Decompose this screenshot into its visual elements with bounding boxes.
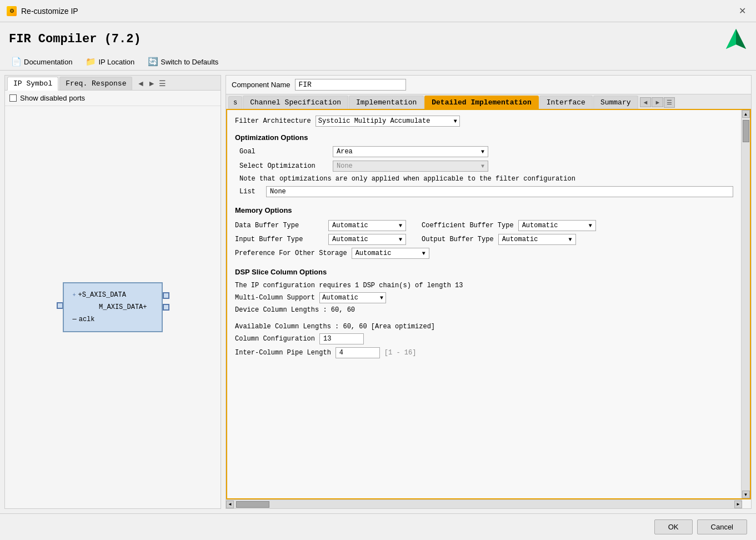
reset-icon: 🔄 — [148, 57, 158, 67]
list-row: List — [239, 186, 733, 197]
component-name-row: Component Name — [226, 76, 751, 94]
optimization-options-title: Optimization Options — [235, 133, 733, 142]
right-tab-prev-button[interactable]: ◄ — [640, 97, 652, 107]
coeff-buffer-type-value: Automatic — [522, 222, 558, 229]
inter-col-pipe-input[interactable] — [336, 347, 380, 358]
s-axis-data-label: +S_AXIS_DATA — [78, 291, 126, 299]
documentation-button[interactable]: 📄 Documentation — [9, 56, 74, 68]
scroll-thumb-vertical[interactable] — [743, 120, 749, 142]
filter-arch-label: Filter Architecture — [235, 117, 311, 125]
goal-value: Area — [337, 148, 353, 156]
ip-symbol-diagram: + +S_AXIS_DATA M_AXIS_DATA+ — aclk — [57, 282, 169, 332]
ip-location-button[interactable]: 📁 IP Location — [83, 56, 137, 68]
bottom-bar: OK Cancel — [0, 513, 756, 540]
tab-summary[interactable]: Summary — [593, 96, 638, 109]
app-icon: ⚙ — [7, 6, 17, 16]
scrollable-content[interactable]: Filter Architecture Systolic Multiply Ac… — [227, 110, 741, 498]
data-buffer-type-select[interactable]: Automatic ▼ — [328, 220, 406, 231]
horizontal-scrollbar[interactable]: ◄ ► — [226, 499, 742, 508]
multi-col-support-select[interactable]: Automatic ▼ — [319, 292, 386, 303]
input-buffer-type-select[interactable]: Automatic ▼ — [328, 234, 406, 245]
cancel-button[interactable]: Cancel — [697, 519, 747, 534]
output-buffer-type-label: Output Buffer Type — [422, 236, 494, 243]
right-port-grid — [163, 304, 169, 311]
tab-prev-button[interactable]: ◄ — [136, 78, 146, 89]
select-opt-label: Select Optimization — [239, 162, 328, 170]
inter-col-row: Inter-Column Pipe Length [1 - 16] — [235, 347, 733, 358]
dsp-slice-section: The IP configuration requires 1 DSP chai… — [235, 282, 733, 358]
show-disabled-label: Show disabled ports — [20, 94, 85, 102]
goal-row: Goal Area ▼ — [239, 146, 733, 157]
dsp-slice-title: DSP Slice Column Options — [235, 268, 733, 276]
tab-list-button[interactable]: ☰ — [158, 78, 167, 89]
tab-s[interactable]: s — [228, 96, 242, 109]
content-area: Filter Architecture Systolic Multiply Ac… — [226, 110, 751, 499]
list-input[interactable] — [266, 186, 733, 197]
close-button[interactable]: ✕ — [735, 4, 749, 17]
ip-symbol-area: + +S_AXIS_DATA M_AXIS_DATA+ — aclk — [5, 106, 221, 508]
svg-marker-1 — [736, 29, 746, 49]
device-col-lengths: Device Column Lengths : 60, 60 — [235, 306, 733, 314]
col-config-row: Column Configuration — [235, 333, 733, 344]
right-panel: Component Name s Channel Specification I… — [226, 75, 752, 509]
tab-next-button[interactable]: ► — [147, 78, 157, 89]
documentation-icon: 📄 — [11, 57, 22, 67]
scroll-right-arrow[interactable]: ► — [734, 501, 742, 508]
data-buffer-arrow: ▼ — [399, 223, 402, 229]
tab-interface[interactable]: Interface — [539, 96, 593, 109]
tab-implementation[interactable]: Implementation — [349, 96, 424, 109]
window-title: Re-customize IP — [21, 7, 78, 16]
title-bar-left: ⚙ Re-customize IP — [7, 6, 78, 16]
tab-detailed-implementation[interactable]: Detailed Implementation — [424, 96, 538, 109]
svg-marker-2 — [726, 29, 736, 49]
scroll-down-arrow[interactable]: ▼ — [742, 491, 750, 498]
title-bar: ⚙ Re-customize IP ✕ — [0, 0, 756, 22]
vertical-scrollbar[interactable]: ▲ ▼ — [741, 110, 750, 498]
ok-button[interactable]: OK — [654, 519, 693, 534]
input-buffer-row: Input Buffer Type Automatic ▼ Output Buf… — [235, 234, 733, 245]
aclk-label: aclk — [79, 316, 95, 323]
output-buffer-type-select[interactable]: Automatic ▼ — [498, 234, 576, 245]
component-name-input[interactable] — [295, 79, 406, 91]
scroll-up-arrow[interactable]: ▲ — [742, 110, 750, 118]
coeff-buffer-type-select[interactable]: Automatic ▼ — [518, 220, 596, 231]
tab-nav-left: ◄ ► ☰ — [136, 78, 167, 89]
switch-to-defaults-button[interactable]: 🔄 Switch to Defaults — [146, 56, 221, 68]
filter-arch-select[interactable]: Systolic Multiply Accumulate ▼ — [316, 116, 460, 127]
inter-col-pipe-range: [1 - 16] — [384, 349, 417, 357]
tab-channel-spec[interactable]: Channel Specification — [243, 96, 348, 109]
output-buffer-type-value: Automatic — [502, 236, 538, 243]
scroll-thumb-horizontal[interactable] — [236, 501, 269, 508]
list-label: List — [239, 188, 262, 196]
goal-select-arrow: ▼ — [481, 149, 484, 155]
right-tab-next-button[interactable]: ► — [652, 97, 663, 107]
col-config-input[interactable] — [319, 333, 364, 344]
tab-ip-symbol[interactable]: IP Symbol — [7, 77, 58, 91]
memory-options-title: Memory Options — [235, 206, 733, 214]
toolbar: 📄 Documentation 📁 IP Location 🔄 Switch t… — [0, 53, 756, 71]
scroll-left-arrow[interactable]: ◄ — [226, 501, 234, 508]
multi-col-support-value: Automatic — [322, 294, 358, 302]
goal-select[interactable]: Area ▼ — [333, 146, 488, 157]
output-buffer-arrow: ▼ — [569, 237, 572, 243]
inter-col-pipe-label: Inter-Column Pipe Length — [235, 349, 331, 357]
select-opt-arrow: ▼ — [481, 163, 484, 169]
right-tab-list-button[interactable]: ☰ — [664, 97, 675, 108]
tab-freq-response[interactable]: Freq. Response — [59, 77, 132, 90]
folder-icon: 📁 — [86, 57, 96, 67]
filter-arch-arrow: ▼ — [454, 118, 457, 124]
right-tab-nav: ◄ ► ☰ — [640, 97, 675, 108]
select-opt-value: None — [337, 162, 353, 170]
app-header: FIR Compiler (7.2) — [0, 22, 756, 53]
coeff-buffer-type-label: Coefficient Buffer Type — [422, 222, 514, 229]
brand-logo — [725, 28, 747, 50]
select-optimization-select[interactable]: None ▼ — [333, 161, 488, 172]
pref-storage-select[interactable]: Automatic ▼ — [352, 248, 429, 259]
pref-storage-row: Preference For Other Storage Automatic ▼ — [235, 248, 733, 259]
show-disabled-checkbox[interactable] — [9, 94, 17, 102]
input-buffer-type-value: Automatic — [332, 236, 368, 243]
multi-col-arrow: ▼ — [380, 295, 383, 301]
data-buffer-row: Data Buffer Type Automatic ▼ Coefficient… — [235, 220, 733, 231]
data-buffer-type-label: Data Buffer Type — [235, 222, 324, 229]
optimization-options-section: Goal Area ▼ Select Optimization None ▼ — [239, 146, 733, 197]
